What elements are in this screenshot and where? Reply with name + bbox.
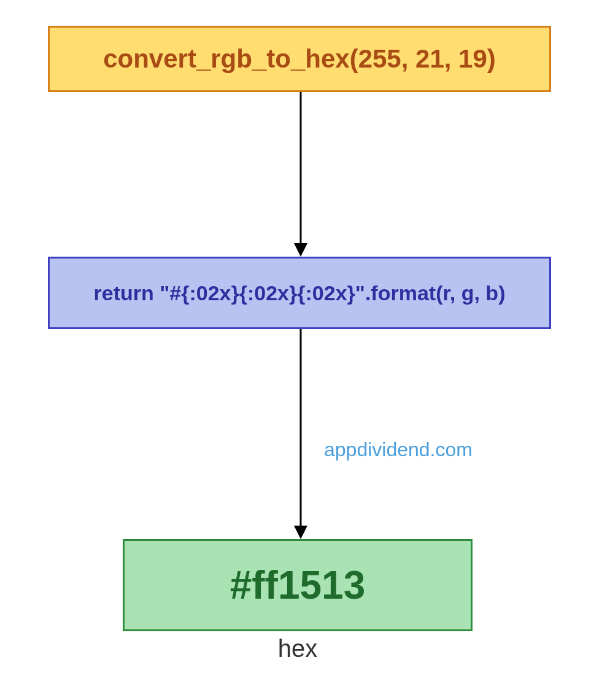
node-function-call-label: convert_rgb_to_hex(255, 21, 19) (103, 44, 496, 74)
arrow-mid-to-bot (282, 329, 319, 540)
watermark-text: appdividend.com (324, 438, 473, 461)
node-return-statement-label: return "#{:02x}{:02x}{:02x}".format(r, g… (94, 281, 506, 305)
arrow-top-to-mid (282, 92, 319, 258)
node-output: #ff1513 (123, 539, 473, 631)
node-return-statement: return "#{:02x}{:02x}{:02x}".format(r, g… (48, 257, 551, 329)
svg-marker-3 (294, 526, 307, 539)
node-output-caption: hex (123, 635, 473, 663)
svg-marker-1 (294, 243, 307, 257)
node-output-label: #ff1513 (230, 562, 366, 608)
node-function-call: convert_rgb_to_hex(255, 21, 19) (48, 26, 551, 92)
